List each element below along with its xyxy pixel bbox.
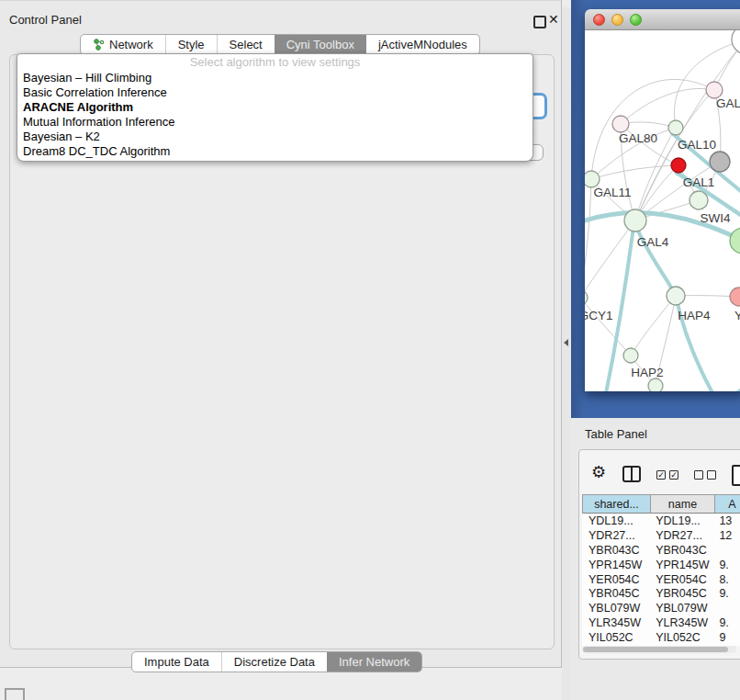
unchecked-checkbox-icon[interactable] bbox=[707, 470, 716, 480]
tab-label: Cyni Toolbox bbox=[286, 35, 354, 54]
column-header-a[interactable]: A bbox=[715, 495, 740, 514]
table-cell: YLR345W bbox=[649, 616, 712, 631]
unchecked-checkbox-icon[interactable] bbox=[694, 470, 703, 480]
network-node-unlabeled[interactable] bbox=[710, 152, 730, 172]
table-cell: YBR045C bbox=[582, 587, 649, 602]
node-label-gal: GAL bbox=[716, 96, 740, 110]
network-node-hap4[interactable] bbox=[667, 287, 685, 305]
tab-style[interactable]: Style bbox=[165, 35, 217, 54]
splitter-arrow-icon[interactable] bbox=[564, 339, 568, 346]
table-cell: 9. bbox=[712, 587, 740, 602]
tab-select[interactable]: Select bbox=[217, 35, 275, 54]
node-label-gal11: GAL11 bbox=[593, 186, 631, 199]
table-panel-title: Table Panel bbox=[585, 427, 647, 441]
table-cell: 12 bbox=[712, 529, 740, 544]
tab-impute-data[interactable]: Impute Data bbox=[132, 652, 221, 672]
network-node-unlabeled[interactable] bbox=[732, 30, 740, 54]
column-header-name[interactable]: name bbox=[651, 495, 715, 514]
tab-label: Impute Data bbox=[144, 652, 209, 672]
algorithm-option-bayesian-hill-climbing[interactable]: Bayesian – Hill Climbing bbox=[17, 71, 533, 85]
tab-label: Infer Network bbox=[339, 652, 409, 672]
table-cell: YPR145W bbox=[649, 559, 712, 573]
network-node-swi4[interactable] bbox=[690, 191, 708, 209]
network-node-gal80[interactable] bbox=[612, 116, 629, 132]
network-graph: GALGAL80GAL10GAL1GAL11SWI4GAL4GCY1HAP4YH… bbox=[585, 30, 740, 391]
algorithm-option-bayesian-k2[interactable]: Bayesian – K2 bbox=[17, 130, 533, 144]
network-node-hap2[interactable] bbox=[623, 348, 638, 363]
checked-checkbox-icon[interactable]: ✓ bbox=[656, 470, 666, 480]
table-row[interactable]: YBR043CYBR043C bbox=[582, 544, 740, 559]
float-icon[interactable] bbox=[533, 16, 546, 28]
table-row[interactable]: YDR27...YDR27...12 bbox=[582, 529, 740, 544]
table-cell: YBR043C bbox=[582, 544, 649, 559]
algorithm-option-mutual-information-inference[interactable]: Mutual Information Inference bbox=[17, 115, 533, 130]
table-row[interactable]: YLR345WYLR345W9. bbox=[582, 616, 740, 631]
table-row[interactable]: YER054CYER054C8. bbox=[582, 573, 740, 588]
bottom-tab-strip: Impute DataDiscretize DataInfer Network bbox=[131, 651, 422, 672]
panel-splitter[interactable] bbox=[562, 7, 571, 700]
network-icon bbox=[93, 39, 105, 51]
table-cell: YDL19... bbox=[582, 514, 649, 529]
close-icon[interactable]: ✕ bbox=[548, 12, 559, 27]
network-view-window: GALGAL80GAL10GAL1GAL11SWI4GAL4GCY1HAP4YH… bbox=[585, 9, 740, 391]
table-cell bbox=[712, 544, 740, 559]
close-traffic-light-icon[interactable] bbox=[593, 14, 605, 26]
column-header-shared[interactable]: shared... bbox=[583, 495, 651, 514]
network-node-unlabeled[interactable] bbox=[648, 378, 663, 391]
table-cell: YDL19... bbox=[649, 514, 712, 529]
tab-infer-network[interactable]: Infer Network bbox=[327, 652, 421, 672]
table-cell: 13 bbox=[712, 514, 740, 529]
table-cell: YDR27... bbox=[582, 529, 649, 544]
table-cell: 8. bbox=[712, 573, 740, 588]
algorithm-option-basic-correlation-inference[interactable]: Basic Correlation Inference bbox=[17, 85, 533, 100]
minimized-panel-icon[interactable] bbox=[5, 688, 25, 700]
tab-strip: NetworkStyleSelectCyni ToolboxjActiveMNo… bbox=[80, 34, 480, 55]
gear-icon[interactable]: ⚙ bbox=[591, 464, 606, 480]
network-canvas[interactable]: GALGAL80GAL10GAL1GAL11SWI4GAL4GCY1HAP4YH… bbox=[585, 30, 740, 391]
node-label-y: Y bbox=[734, 309, 740, 322]
table-cell: 9 bbox=[712, 631, 740, 646]
network-node-y[interactable] bbox=[730, 288, 740, 306]
document-icon[interactable] bbox=[732, 465, 740, 486]
node-label-gal80: GAL80 bbox=[619, 131, 657, 145]
tab-label: Discretize Data bbox=[234, 652, 315, 672]
table-cell: YBL079W bbox=[582, 602, 649, 616]
table-row[interactable]: YBL079WYBL079W bbox=[582, 602, 740, 616]
tab-discretize-data[interactable]: Discretize Data bbox=[221, 652, 327, 672]
node-label-gal4: GAL4 bbox=[637, 235, 669, 249]
tab-label: Network bbox=[109, 35, 153, 54]
algorithm-placeholder: Select algorithm to view settings bbox=[17, 54, 533, 71]
network-node-gal4[interactable] bbox=[624, 209, 646, 231]
tab-jactivemnodules[interactable]: jActiveMNodules bbox=[366, 35, 479, 54]
checked-checkbox-icon[interactable]: ✓ bbox=[669, 470, 678, 480]
table-hscrollbar-thumb[interactable] bbox=[583, 647, 728, 652]
table-cell: YIL052C bbox=[582, 631, 649, 646]
panel-title: Control Panel bbox=[9, 13, 82, 27]
network-node-gcy1[interactable] bbox=[585, 290, 588, 305]
network-node-gal10[interactable] bbox=[668, 120, 683, 135]
table-cell: YBR043C bbox=[649, 544, 712, 559]
algorithm-option-aracne-algorithm[interactable]: ARACNE Algorithm bbox=[17, 100, 533, 115]
table-row[interactable]: YDL19...YDL19...13 bbox=[582, 514, 740, 529]
table-cell: 9. bbox=[712, 616, 740, 631]
columns-icon[interactable] bbox=[622, 466, 641, 482]
table-row[interactable]: YBR045CYBR045C9. bbox=[582, 587, 740, 602]
zoom-traffic-light-icon[interactable] bbox=[630, 14, 642, 26]
algorithm-option-dream8-dc-tdc-algorithm[interactable]: Dream8 DC_TDC Algorithm bbox=[17, 144, 533, 159]
node-label-gal1: GAL1 bbox=[683, 175, 715, 189]
network-window-titlebar[interactable] bbox=[585, 9, 740, 30]
node-label-swi4: SWI4 bbox=[700, 211, 730, 225]
table-row[interactable]: YPR145WYPR145W9. bbox=[582, 559, 740, 573]
tab-network[interactable]: Network bbox=[81, 35, 165, 54]
table-row[interactable]: YIL052CYIL052C9 bbox=[582, 631, 740, 646]
minimize-traffic-light-icon[interactable] bbox=[611, 14, 623, 26]
network-node-unlabeled[interactable] bbox=[730, 228, 740, 254]
tab-label: jActiveMNodules bbox=[378, 35, 467, 54]
table-header-row: shared...nameA bbox=[582, 494, 740, 514]
algorithm-dropdown-popup: Select algorithm to view settings Bayesi… bbox=[17, 53, 533, 162]
network-node-gal1[interactable] bbox=[671, 158, 686, 173]
node-label-gal10: GAL10 bbox=[678, 138, 716, 152]
tab-cyni-toolbox[interactable]: Cyni Toolbox bbox=[275, 35, 366, 54]
table-cell: YER054C bbox=[649, 573, 712, 588]
screen: { "icons": {"gear": "⚙", "check": "✓", "… bbox=[0, 0, 740, 700]
